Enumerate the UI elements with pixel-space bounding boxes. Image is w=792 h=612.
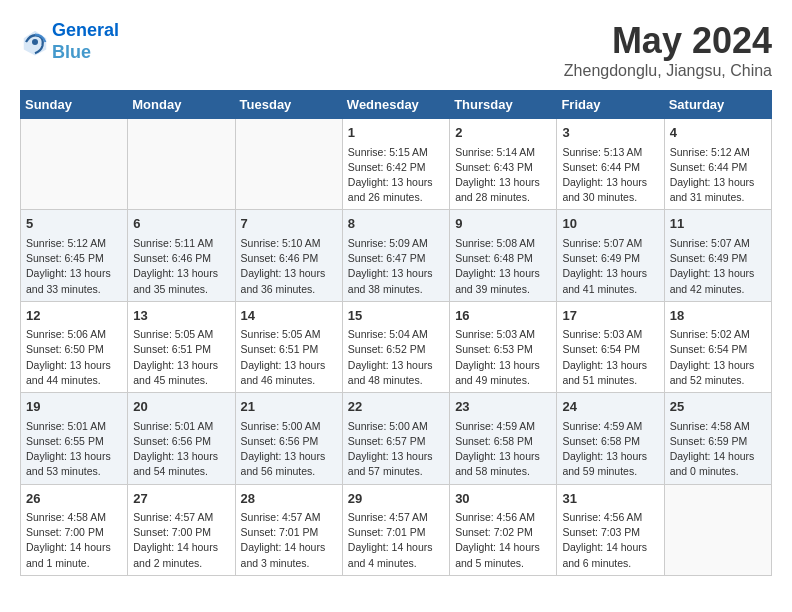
cell-content: Daylight: 14 hours: [348, 540, 444, 555]
cell-content: and 52 minutes.: [670, 373, 766, 388]
day-number: 21: [241, 397, 337, 417]
cell-content: Sunset: 6:49 PM: [670, 251, 766, 266]
cell-content: Sunrise: 4:56 AM: [455, 510, 551, 525]
cell-content: Sunset: 6:44 PM: [562, 160, 658, 175]
header-cell-thursday: Thursday: [450, 91, 557, 119]
calendar-cell: 24Sunrise: 4:59 AMSunset: 6:58 PMDayligh…: [557, 393, 664, 484]
logo: General Blue: [20, 20, 119, 63]
cell-content: Sunset: 6:56 PM: [133, 434, 229, 449]
cell-content: and 46 minutes.: [241, 373, 337, 388]
cell-content: Sunrise: 4:58 AM: [26, 510, 122, 525]
day-number: 15: [348, 306, 444, 326]
day-number: 10: [562, 214, 658, 234]
cell-content: and 38 minutes.: [348, 282, 444, 297]
cell-content: and 1 minute.: [26, 556, 122, 571]
calendar-cell: 10Sunrise: 5:07 AMSunset: 6:49 PMDayligh…: [557, 210, 664, 301]
cell-content: and 26 minutes.: [348, 190, 444, 205]
calendar-header: SundayMondayTuesdayWednesdayThursdayFrid…: [21, 91, 772, 119]
cell-content: Daylight: 13 hours: [241, 266, 337, 281]
cell-content: Sunrise: 5:14 AM: [455, 145, 551, 160]
cell-content: and 51 minutes.: [562, 373, 658, 388]
svg-point-1: [32, 39, 38, 45]
calendar-cell: 22Sunrise: 5:00 AMSunset: 6:57 PMDayligh…: [342, 393, 449, 484]
calendar-cell: 2Sunrise: 5:14 AMSunset: 6:43 PMDaylight…: [450, 119, 557, 210]
cell-content: and 53 minutes.: [26, 464, 122, 479]
cell-content: Daylight: 13 hours: [562, 266, 658, 281]
cell-content: and 59 minutes.: [562, 464, 658, 479]
calendar-cell: 5Sunrise: 5:12 AMSunset: 6:45 PMDaylight…: [21, 210, 128, 301]
cell-content: Sunrise: 5:03 AM: [455, 327, 551, 342]
cell-content: Sunset: 7:01 PM: [348, 525, 444, 540]
day-number: 26: [26, 489, 122, 509]
cell-content: Daylight: 13 hours: [133, 266, 229, 281]
header-row: SundayMondayTuesdayWednesdayThursdayFrid…: [21, 91, 772, 119]
cell-content: and 33 minutes.: [26, 282, 122, 297]
calendar-cell: 21Sunrise: 5:00 AMSunset: 6:56 PMDayligh…: [235, 393, 342, 484]
day-number: 30: [455, 489, 551, 509]
location: Zhengdonglu, Jiangsu, China: [564, 62, 772, 80]
calendar-cell: [235, 119, 342, 210]
day-number: 12: [26, 306, 122, 326]
cell-content: and 54 minutes.: [133, 464, 229, 479]
header-cell-saturday: Saturday: [664, 91, 771, 119]
day-number: 20: [133, 397, 229, 417]
cell-content: Sunset: 6:42 PM: [348, 160, 444, 175]
calendar-cell: 8Sunrise: 5:09 AMSunset: 6:47 PMDaylight…: [342, 210, 449, 301]
calendar-cell: 1Sunrise: 5:15 AMSunset: 6:42 PMDaylight…: [342, 119, 449, 210]
cell-content: Sunset: 7:00 PM: [26, 525, 122, 540]
cell-content: Sunrise: 5:06 AM: [26, 327, 122, 342]
cell-content: Daylight: 13 hours: [348, 175, 444, 190]
title-block: May 2024 Zhengdonglu, Jiangsu, China: [564, 20, 772, 80]
logo-icon: [20, 27, 50, 57]
cell-content: Sunset: 6:51 PM: [133, 342, 229, 357]
cell-content: Sunrise: 5:05 AM: [241, 327, 337, 342]
cell-content: Sunrise: 5:12 AM: [670, 145, 766, 160]
cell-content: Sunrise: 5:12 AM: [26, 236, 122, 251]
cell-content: and 56 minutes.: [241, 464, 337, 479]
cell-content: Daylight: 13 hours: [455, 175, 551, 190]
calendar-cell: 27Sunrise: 4:57 AMSunset: 7:00 PMDayligh…: [128, 484, 235, 575]
header-cell-monday: Monday: [128, 91, 235, 119]
calendar-cell: 11Sunrise: 5:07 AMSunset: 6:49 PMDayligh…: [664, 210, 771, 301]
cell-content: Sunrise: 5:05 AM: [133, 327, 229, 342]
cell-content: Sunrise: 4:59 AM: [562, 419, 658, 434]
cell-content: Sunset: 6:54 PM: [562, 342, 658, 357]
cell-content: Sunset: 6:46 PM: [133, 251, 229, 266]
header-cell-sunday: Sunday: [21, 91, 128, 119]
cell-content: Daylight: 13 hours: [562, 175, 658, 190]
logo-text: General Blue: [52, 20, 119, 63]
cell-content: Sunrise: 5:09 AM: [348, 236, 444, 251]
day-number: 24: [562, 397, 658, 417]
cell-content: Sunset: 6:55 PM: [26, 434, 122, 449]
week-row-3: 12Sunrise: 5:06 AMSunset: 6:50 PMDayligh…: [21, 301, 772, 392]
cell-content: and 28 minutes.: [455, 190, 551, 205]
cell-content: Sunset: 6:45 PM: [26, 251, 122, 266]
cell-content: Daylight: 14 hours: [241, 540, 337, 555]
calendar-cell: 16Sunrise: 5:03 AMSunset: 6:53 PMDayligh…: [450, 301, 557, 392]
calendar-table: SundayMondayTuesdayWednesdayThursdayFrid…: [20, 90, 772, 576]
day-number: 11: [670, 214, 766, 234]
page-header: General Blue May 2024 Zhengdonglu, Jiang…: [20, 20, 772, 80]
cell-content: and 2 minutes.: [133, 556, 229, 571]
cell-content: and 44 minutes.: [26, 373, 122, 388]
cell-content: Sunrise: 5:10 AM: [241, 236, 337, 251]
day-number: 22: [348, 397, 444, 417]
cell-content: Daylight: 13 hours: [133, 449, 229, 464]
calendar-cell: 17Sunrise: 5:03 AMSunset: 6:54 PMDayligh…: [557, 301, 664, 392]
cell-content: and 36 minutes.: [241, 282, 337, 297]
cell-content: Sunrise: 5:08 AM: [455, 236, 551, 251]
calendar-cell: 15Sunrise: 5:04 AMSunset: 6:52 PMDayligh…: [342, 301, 449, 392]
calendar-cell: 18Sunrise: 5:02 AMSunset: 6:54 PMDayligh…: [664, 301, 771, 392]
calendar-cell: [664, 484, 771, 575]
cell-content: Sunset: 6:52 PM: [348, 342, 444, 357]
calendar-cell: 4Sunrise: 5:12 AMSunset: 6:44 PMDaylight…: [664, 119, 771, 210]
cell-content: and 45 minutes.: [133, 373, 229, 388]
cell-content: Sunset: 7:01 PM: [241, 525, 337, 540]
cell-content: Daylight: 13 hours: [348, 358, 444, 373]
cell-content: Sunrise: 5:04 AM: [348, 327, 444, 342]
cell-content: Sunset: 6:46 PM: [241, 251, 337, 266]
calendar-cell: 19Sunrise: 5:01 AMSunset: 6:55 PMDayligh…: [21, 393, 128, 484]
cell-content: Sunrise: 5:03 AM: [562, 327, 658, 342]
cell-content: Sunset: 6:59 PM: [670, 434, 766, 449]
cell-content: Sunrise: 5:13 AM: [562, 145, 658, 160]
